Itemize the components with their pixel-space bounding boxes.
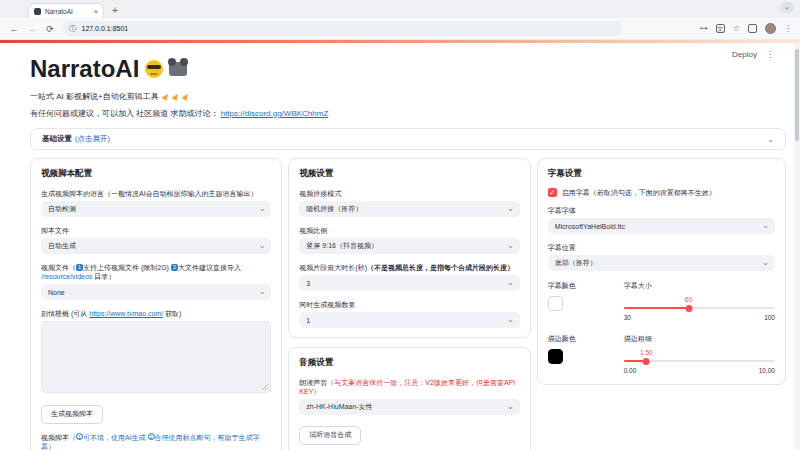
browser-chrome: NarratoAI × + ⌄ ← → ⟳ ⓘ 127.0.0.1:8501 ⊶… bbox=[0, 0, 800, 43]
chevron-down-icon: ⌄ bbox=[507, 315, 514, 324]
scrollbar-thumb[interactable] bbox=[795, 49, 799, 141]
basic-settings-expander[interactable]: 基础设置 (点击展开) ⌄ bbox=[30, 128, 786, 150]
subtitle-position-value: 底部（推荐） bbox=[555, 258, 597, 268]
chevron-down-icon[interactable]: ⌄ bbox=[767, 135, 774, 144]
concat-mode-label: 视频拼接模式 bbox=[299, 189, 519, 198]
tab-title: NarratoAI bbox=[45, 8, 90, 15]
video-file-label: 视频文件（1支持上传视频文件 (限制2G) 2大文件建议直接导入 /resour… bbox=[41, 263, 271, 281]
reload-icon[interactable]: ⟳ bbox=[44, 24, 56, 34]
voice-preview-button[interactable]: 试听语音合成 bbox=[299, 426, 361, 445]
stroke-width-field: 描边粗细 1.50 0.0010.00 bbox=[624, 334, 775, 375]
browser-menu-icon[interactable]: ⋮ bbox=[784, 24, 792, 33]
script-language-select[interactable]: 自动检测 ⌄ bbox=[41, 201, 271, 217]
stroke-width-max: 10.00 bbox=[759, 367, 775, 374]
chevron-down-icon: ⌄ bbox=[507, 278, 514, 287]
tab-close-icon[interactable]: × bbox=[94, 8, 98, 15]
slider-fill bbox=[624, 307, 689, 309]
browser-tab[interactable]: NarratoAI × bbox=[28, 3, 104, 18]
clip-duration-label: 视频片段最大时长(秒)（不是视频总长度，是指每个合成片段的长度） bbox=[299, 263, 519, 272]
enable-subtitle-checkbox[interactable]: ✓ bbox=[548, 188, 557, 197]
chevron-down-icon: ⌄ bbox=[762, 258, 769, 267]
font-size-slider[interactable]: 60 30100 bbox=[624, 296, 775, 322]
stroke-width-label: 描边粗细 bbox=[624, 334, 775, 344]
app-title-text: NarratoAI bbox=[30, 55, 139, 83]
subtitle-settings-card: 字幕设置 ✓ 启用字幕（若取消勾选，下面的设置都将不生效） 字幕字体 Micro… bbox=[537, 158, 786, 385]
clip-duration-value: 3 bbox=[306, 280, 310, 287]
party-emoji-icon bbox=[181, 92, 190, 101]
url-text: 127.0.0.1:8501 bbox=[82, 25, 129, 32]
video-settings-card: 视频设置 视频拼接模式 随机拼接（推荐） ⌄ 视频比例 竖屏 9:16（抖音视频… bbox=[288, 158, 530, 338]
font-size-min: 30 bbox=[624, 314, 631, 321]
toolbar-icons: ⊶ 文 ☆ ⋮ bbox=[700, 23, 792, 34]
stroke-width-value: 1.50 bbox=[640, 349, 653, 356]
bookmark-star-icon[interactable]: ☆ bbox=[733, 24, 740, 33]
voice-value: zh-HK-HiuMaan-女性 bbox=[306, 402, 372, 412]
script-config-card: 视频脚本配置 生成视频脚本的语言（一般情况AI会自动根据你输入的主题语言输出） … bbox=[30, 158, 282, 450]
deploy-button[interactable]: Deploy bbox=[732, 50, 757, 59]
extensions-icon[interactable] bbox=[748, 24, 757, 33]
circled-two-icon: 2 bbox=[148, 433, 155, 440]
tvmao-link[interactable]: https://www.tvmao.com/ bbox=[89, 310, 163, 317]
aspect-ratio-label: 视频比例 bbox=[299, 226, 519, 235]
concat-mode-select[interactable]: 随机拼接（推荐） ⌄ bbox=[299, 201, 519, 217]
streamlit-app: Deploy ⋮ NarratoAI 一站式 AI 影视解说+自动化剪辑工具 有… bbox=[0, 43, 800, 450]
subtitle-style-grid: 字幕颜色 字幕大小 60 30100 描边颜色 bbox=[548, 281, 775, 375]
stroke-width-slider[interactable]: 1.50 0.0010.00 bbox=[624, 349, 775, 375]
one-badge-icon: 1 bbox=[76, 264, 83, 271]
chevron-down-icon: ⌄ bbox=[259, 204, 266, 213]
translate-icon[interactable]: 文 bbox=[716, 24, 725, 33]
font-size-max: 100 bbox=[764, 314, 775, 321]
app-subtitle: 一站式 AI 影视解说+自动化剪辑工具 bbox=[30, 91, 786, 102]
site-info-icon[interactable]: ⓘ bbox=[69, 24, 77, 34]
back-icon[interactable]: ← bbox=[8, 24, 20, 34]
voice-label: 朗读声音（与文案语言保持一致，注意：V2版效果更好，但是需要API KEY） bbox=[299, 378, 519, 396]
password-key-icon[interactable]: ⊶ bbox=[700, 24, 708, 33]
aspect-ratio-select[interactable]: 竖屏 9:16（抖音视频） ⌄ bbox=[299, 238, 519, 254]
stroke-color-picker[interactable] bbox=[548, 349, 563, 364]
two-badge-icon: 2 bbox=[171, 264, 178, 271]
party-emoji-icon bbox=[171, 92, 180, 101]
text-color-picker[interactable] bbox=[548, 296, 563, 311]
stroke-color-field: 描边颜色 bbox=[548, 334, 614, 375]
script-file-label: 脚本文件 bbox=[41, 226, 271, 235]
sunglasses-emoji-icon bbox=[145, 60, 163, 78]
concat-mode-value: 随机拼接（推荐） bbox=[306, 204, 362, 214]
video-count-select[interactable]: 1 ⌄ bbox=[299, 312, 519, 328]
subtitle-position-select[interactable]: 底部（推荐） ⌄ bbox=[548, 255, 775, 271]
resize-grip-icon[interactable] bbox=[262, 384, 268, 390]
settings-columns: 视频脚本配置 生成视频脚本的语言（一般情况AI会自动根据你输入的主题语言输出） … bbox=[30, 158, 786, 450]
script-file-select[interactable]: 自动生成 ⌄ bbox=[41, 238, 271, 254]
subtitle-font-value: MicrosoftYaHeiBold.ttc bbox=[555, 223, 625, 230]
slider-thumb[interactable] bbox=[643, 358, 650, 365]
font-size-field: 字幕大小 60 30100 bbox=[624, 281, 775, 322]
discord-link[interactable]: https://discord.gg/WBKChhmZ bbox=[221, 109, 329, 118]
script-language-value: 自动检测 bbox=[48, 204, 76, 214]
page-scrollbar[interactable] bbox=[794, 43, 800, 450]
video-script-label: 视频脚本（1可不填，使用AI生成 2合理使用标点断句，有助于生成字幕） bbox=[41, 433, 271, 450]
subtitle-font-select[interactable]: MicrosoftYaHeiBold.ttc ⌄ bbox=[548, 218, 775, 234]
profile-avatar[interactable] bbox=[765, 23, 776, 34]
page-title: NarratoAI bbox=[30, 55, 786, 83]
chevron-down-icon: ⌄ bbox=[507, 204, 514, 213]
party-emoji-icon bbox=[161, 92, 170, 101]
chevron-down-icon: ⌄ bbox=[507, 402, 514, 411]
chevron-down-icon: ⌄ bbox=[259, 241, 266, 250]
clip-duration-select[interactable]: 3 ⌄ bbox=[299, 275, 519, 291]
chevron-down-icon: ⌄ bbox=[762, 221, 769, 230]
forward-icon[interactable]: → bbox=[26, 24, 38, 34]
synopsis-textarea[interactable] bbox=[41, 321, 271, 393]
font-size-value: 60 bbox=[685, 296, 692, 303]
video-file-select[interactable]: None ⌄ bbox=[41, 284, 271, 300]
app-menu-icon[interactable]: ⋮ bbox=[766, 50, 774, 59]
tab-search-icon[interactable]: ⌄ bbox=[780, 2, 794, 13]
voice-select[interactable]: zh-HK-HiuMaan-女性 ⌄ bbox=[299, 399, 519, 415]
address-bar[interactable]: ⓘ 127.0.0.1:8501 bbox=[62, 21, 622, 36]
text-color-label: 字幕颜色 bbox=[548, 281, 614, 291]
community-line: 有任何问题或建议，可以加入 社区频道 求助或讨论： https://discor… bbox=[30, 108, 786, 119]
font-size-label: 字幕大小 bbox=[624, 281, 775, 291]
new-tab-button[interactable]: + bbox=[112, 5, 118, 16]
aspect-ratio-value: 竖屏 9:16（抖音视频） bbox=[306, 241, 378, 251]
generate-script-button[interactable]: 生成视频脚本 bbox=[41, 405, 103, 424]
slider-thumb[interactable] bbox=[685, 305, 692, 312]
app-subtitle-text: 一站式 AI 影视解说+自动化剪辑工具 bbox=[30, 91, 159, 102]
